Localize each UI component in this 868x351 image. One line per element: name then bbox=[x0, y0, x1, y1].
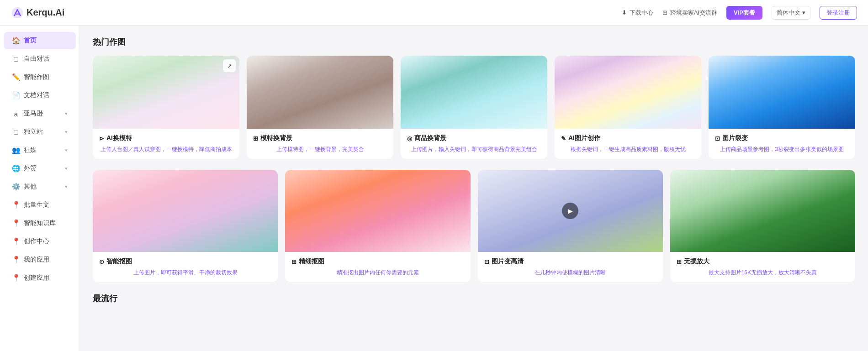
card-title-ai-model: ⊳ AI换模特 bbox=[99, 134, 233, 142]
card-title-text-smart-cutout: 智能抠图 bbox=[106, 257, 132, 266]
sidebar-item-other[interactable]: ⚙️ 其他 ▾ bbox=[4, 178, 76, 195]
card-body-precise-cutout: ⊞ 精细抠图 精准抠出图片内任何你需要的元素 bbox=[285, 252, 470, 282]
card-title-product-bg: ◎ 商品换背景 bbox=[407, 134, 541, 142]
card-title-img-hd: ⊡ 图片变高清 bbox=[484, 257, 656, 266]
sidebar-label-other: 其他 bbox=[24, 183, 37, 191]
cross-border-link[interactable]: ⊞ 跨境卖家AI交流群 bbox=[662, 9, 717, 17]
sidebar-icon-knowledge-base: 📍 bbox=[12, 219, 20, 227]
register-button[interactable]: 登录注册 bbox=[820, 6, 857, 20]
sidebar-icon-free-chat: □ bbox=[12, 55, 20, 63]
card-product-bg[interactable]: ◎ 商品换背景 上传图片，输入关键词，即可获得商品背景完美组合 bbox=[401, 56, 547, 159]
card-image-precise-cutout bbox=[285, 170, 470, 252]
popular-section-title: 最流行 bbox=[93, 293, 855, 304]
card-title-text-precise-cutout: 精细抠图 bbox=[299, 257, 324, 266]
sidebar-label-my-apps: 我的应用 bbox=[24, 256, 49, 264]
chevron-icon-social: ▾ bbox=[65, 147, 68, 153]
sidebar-item-batch-gen[interactable]: 📍 批量生文 bbox=[4, 196, 76, 214]
logo-icon bbox=[11, 6, 24, 19]
sidebar-item-foreign-trade[interactable]: 🌐 外贸 ▾ bbox=[4, 160, 76, 177]
sidebar-item-free-chat[interactable]: □ 自由对话 bbox=[4, 50, 76, 68]
card-icon-smart-cutout: ⊙ bbox=[99, 258, 104, 265]
card-ai-model[interactable]: ↗ ⊳ AI换模特 上传人台图／真人试穿图，一键换模特，降低商拍成本 bbox=[93, 56, 239, 159]
language-label: 简体中文 bbox=[777, 9, 800, 17]
card-precise-cutout[interactable]: ⊞ 精细抠图 精准抠出图片内任何你需要的元素 bbox=[285, 170, 470, 282]
sidebar-item-my-apps[interactable]: 📍 我的应用 bbox=[4, 251, 76, 268]
card-title-precise-cutout: ⊞ 精细抠图 bbox=[291, 257, 464, 266]
sidebar-icon-home: 🏠 bbox=[12, 37, 20, 45]
card-title-lossless-zoom: ⊞ 无损放大 bbox=[677, 257, 849, 266]
card-model-bg[interactable]: ⊞ 模特换背景 上传模特图，一键换背景，完美契合 bbox=[247, 56, 393, 159]
card-body-lossless-zoom: ⊞ 无损放大 最大支持图片16K无损放大，放大清晰不失真 bbox=[670, 252, 855, 282]
card-desc-smart-cutout: 上传图片，即可获得平滑、干净的裁切效果 bbox=[99, 268, 271, 277]
card-icon-lossless-zoom: ⊞ bbox=[677, 258, 682, 265]
card-ai-art[interactable]: ✎ AI图片创作 根据关键词，一键生成高品质素材图，版权无忧 bbox=[555, 56, 701, 159]
card-body-img-hd: ⊡ 图片变高清 在几秒钟内使模糊的图片清晰 bbox=[478, 252, 663, 282]
bottom-cards-grid: ⊙ 智能抠图 上传图片，即可获得平滑、干净的裁切效果 ⊞ 精细抠图 精准抠出图片… bbox=[93, 170, 855, 282]
main-layout: 🏠 首页 □ 自由对话 ✏️ 智能作图 📄 文档对话 a 亚马逊 ▾ □ 独立站… bbox=[0, 26, 868, 351]
language-button[interactable]: 简体中文 ▾ bbox=[772, 6, 810, 20]
group-icon: ⊞ bbox=[662, 9, 667, 16]
card-image-smart-cutout bbox=[93, 170, 278, 252]
sidebar-label-amazon: 亚马逊 bbox=[24, 110, 43, 118]
share-button-ai-model[interactable]: ↗ bbox=[223, 59, 236, 72]
card-smart-cutout[interactable]: ⊙ 智能抠图 上传图片，即可获得平滑、干净的裁切效果 bbox=[93, 170, 278, 282]
chevron-icon-other: ▾ bbox=[65, 184, 68, 190]
download-center-label: 下载中心 bbox=[630, 9, 653, 17]
card-image-lossless-zoom bbox=[670, 170, 855, 252]
sidebar-item-social[interactable]: 👥 社媒 ▾ bbox=[4, 141, 76, 159]
card-title-text-ai-art: AI图片创作 bbox=[568, 134, 600, 142]
sidebar-label-batch-gen: 批量生文 bbox=[24, 201, 49, 209]
svg-point-0 bbox=[12, 7, 23, 18]
sidebar-label-foreign-trade: 外贸 bbox=[24, 164, 37, 173]
card-icon-ai-art: ✎ bbox=[561, 135, 566, 142]
card-title-model-bg: ⊞ 模特换背景 bbox=[253, 134, 387, 142]
chevron-icon-foreign-trade: ▾ bbox=[65, 166, 68, 172]
sidebar-icon-independent-site: □ bbox=[12, 128, 20, 136]
card-icon-ai-model: ⊳ bbox=[99, 135, 104, 142]
top-cards-grid: ↗ ⊳ AI换模特 上传人台图／真人试穿图，一键换模特，降低商拍成本 ⊞ 模特换… bbox=[93, 56, 855, 159]
card-title-text-product-bg: 商品换背景 bbox=[414, 134, 446, 142]
sidebar-icon-foreign-trade: 🌐 bbox=[12, 164, 20, 173]
card-img-split[interactable]: ⊡ 图片裂变 上传商品场景参考图，3秒裂变出多张类似的场景图 bbox=[709, 56, 855, 159]
card-body-img-split: ⊡ 图片裂变 上传商品场景参考图，3秒裂变出多张类似的场景图 bbox=[709, 129, 855, 159]
sidebar-item-creative-center[interactable]: 📍 创作中心 bbox=[4, 233, 76, 250]
sidebar-item-knowledge-base[interactable]: 📍 智能知识库 bbox=[4, 215, 76, 232]
sidebar-item-home[interactable]: 🏠 首页 bbox=[4, 32, 76, 49]
card-icon-img-split: ⊡ bbox=[715, 135, 720, 142]
card-icon-img-hd: ⊡ bbox=[484, 258, 489, 265]
main-content: 热门作图 ↗ ⊳ AI换模特 上传人台图／真人试穿图，一键换模特，降低商拍成本 … bbox=[80, 26, 868, 351]
card-title-text-img-hd: 图片变高清 bbox=[492, 257, 524, 266]
play-button-img-hd[interactable]: ▶ bbox=[562, 203, 578, 219]
sidebar-label-free-chat: 自由对话 bbox=[24, 55, 49, 63]
sidebar-item-ai-drawing[interactable]: ✏️ 智能作图 bbox=[4, 68, 76, 86]
vip-button[interactable]: VIP套餐 bbox=[726, 6, 762, 20]
card-img-hd[interactable]: ▶ ⊡ 图片变高清 在几秒钟内使模糊的图片清晰 bbox=[478, 170, 663, 282]
chevron-down-icon: ▾ bbox=[802, 9, 805, 16]
card-desc-product-bg: 上传图片，输入关键词，即可获得商品背景完美组合 bbox=[407, 145, 541, 153]
card-desc-ai-model: 上传人台图／真人试穿图，一键换模特，降低商拍成本 bbox=[99, 145, 233, 153]
sidebar-item-amazon[interactable]: a 亚马逊 ▾ bbox=[4, 105, 76, 122]
download-icon: ⬇ bbox=[622, 9, 627, 16]
sidebar-label-ai-drawing: 智能作图 bbox=[24, 73, 49, 81]
sidebar-item-create-app[interactable]: 📍 创建应用 bbox=[4, 269, 76, 287]
sidebar-label-knowledge-base: 智能知识库 bbox=[24, 219, 56, 227]
sidebar-item-independent-site[interactable]: □ 独立站 ▾ bbox=[4, 123, 76, 141]
card-desc-ai-art: 根据关键词，一键生成高品质素材图，版权无忧 bbox=[561, 145, 695, 153]
card-desc-lossless-zoom: 最大支持图片16K无损放大，放大清晰不失真 bbox=[677, 268, 849, 277]
sidebar-label-create-app: 创建应用 bbox=[24, 274, 49, 282]
card-lossless-zoom[interactable]: ⊞ 无损放大 最大支持图片16K无损放大，放大清晰不失真 bbox=[670, 170, 855, 282]
sidebar-item-doc-chat[interactable]: 📄 文档对话 bbox=[4, 87, 76, 104]
sidebar-label-independent-site: 独立站 bbox=[24, 128, 43, 136]
card-icon-product-bg: ◎ bbox=[407, 135, 412, 142]
card-image-img-hd: ▶ bbox=[478, 170, 663, 252]
header: Kerqu.Ai ⬇ 下载中心 ⊞ 跨境卖家AI交流群 VIP套餐 简体中文 ▾… bbox=[0, 0, 868, 26]
card-desc-precise-cutout: 精准抠出图片内任何你需要的元素 bbox=[291, 268, 464, 277]
card-icon-model-bg: ⊞ bbox=[253, 135, 258, 142]
download-center-link[interactable]: ⬇ 下载中心 bbox=[622, 9, 653, 17]
card-title-text-ai-model: AI换模特 bbox=[106, 134, 132, 142]
logo[interactable]: Kerqu.Ai bbox=[11, 6, 64, 19]
sidebar: 🏠 首页 □ 自由对话 ✏️ 智能作图 📄 文档对话 a 亚马逊 ▾ □ 独立站… bbox=[0, 26, 80, 351]
card-body-ai-model: ⊳ AI换模特 上传人台图／真人试穿图，一键换模特，降低商拍成本 bbox=[93, 129, 239, 159]
card-body-model-bg: ⊞ 模特换背景 上传模特图，一键换背景，完美契合 bbox=[247, 129, 393, 159]
card-title-smart-cutout: ⊙ 智能抠图 bbox=[99, 257, 271, 266]
